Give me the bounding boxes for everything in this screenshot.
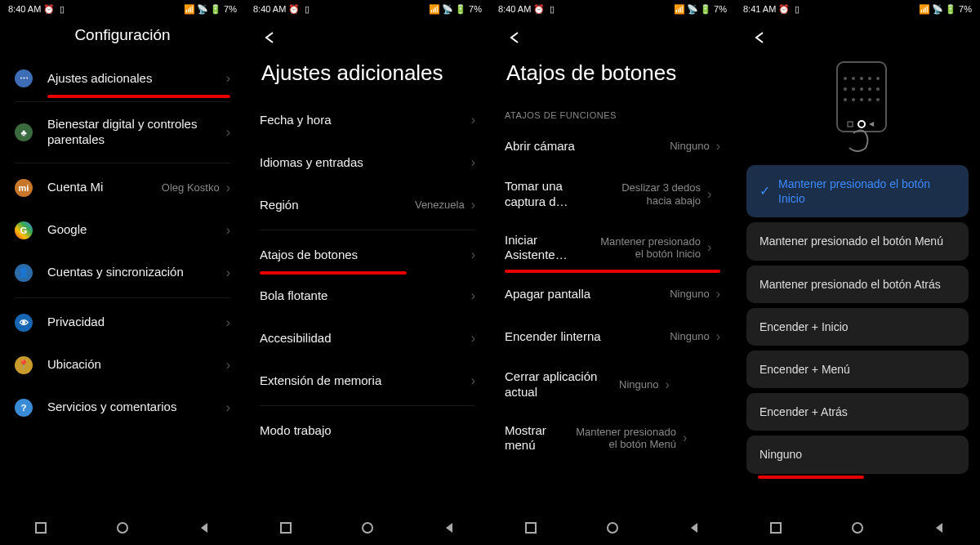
row-apagar-pantalla[interactable]: Apagar pantalla Ninguno › [490, 273, 735, 315]
option-none[interactable]: Ninguno [746, 436, 969, 473]
battery-icon: 🔋 [701, 4, 710, 14]
svg-point-19 [860, 98, 863, 101]
svg-point-15 [868, 87, 871, 91]
nav-home[interactable] [106, 511, 139, 544]
row-bienestar[interactable]: ♣ Bienestar digital y controles parental… [0, 105, 245, 159]
svg-point-23 [858, 121, 865, 127]
row-cerrar-app[interactable]: Cerrar aplicación actual Ninguno › [490, 358, 735, 412]
row-ajustes-adicionales[interactable]: ⋯ Ajustes adicionales › [0, 57, 245, 100]
option-power-home[interactable]: Encender + Inicio [746, 308, 969, 346]
svg-point-16 [876, 87, 880, 91]
row-region[interactable]: Región Venezuela › [245, 184, 490, 226]
row-fecha-hora[interactable]: Fecha y hora › [245, 99, 490, 141]
row-privacidad[interactable]: 👁 Privacidad › [0, 302, 245, 344]
status-bar: 8:41 AM ⏰ ▯ 📶 📡 🔋 7% [735, 0, 980, 18]
svg-rect-0 [36, 523, 46, 533]
nav-recents[interactable] [24, 511, 57, 544]
svg-point-1 [118, 523, 127, 533]
screen-atajos-botones: 8:40 AM ⏰ ▯ 📶 📡 🔋 7% Atajos de botones A… [490, 0, 735, 545]
nav-recents[interactable] [760, 511, 792, 544]
signal-icon: 📶 [185, 4, 194, 14]
separator [260, 405, 475, 406]
battery-icon: 🔋 [946, 4, 956, 14]
nav-home[interactable] [841, 511, 874, 544]
chevron-right-icon: › [716, 287, 720, 302]
privacy-icon: 👁 [15, 314, 33, 332]
chevron-right-icon: › [226, 266, 230, 280]
signal-icon: 📶 [920, 4, 929, 14]
accounts-icon: 👤 [15, 264, 33, 282]
settings-icon: ⋯ [15, 69, 33, 87]
option-power-back[interactable]: Encender + Atrás [746, 393, 969, 431]
row-cuenta-mi[interactable]: mi Cuenta Mi Oleg Kostko › [0, 167, 245, 209]
row-idiomas[interactable]: Idiomas y entradas › [245, 141, 490, 184]
status-bar: 8:40 AM ⏰ ▯ 📶 📡 🔋 7% [245, 0, 490, 18]
chevron-right-icon: › [226, 400, 230, 415]
nav-back[interactable] [923, 511, 956, 544]
screen-settings: 8:40 AM ⏰ ▯ 📶 📡 🔋 7% Configuración ⋯ Aju… [0, 0, 245, 545]
card-icon: ▯ [792, 4, 802, 14]
google-icon: G [15, 221, 33, 239]
back-button[interactable] [260, 28, 279, 47]
chevron-right-icon: › [471, 155, 475, 170]
row-abrir-camara[interactable]: Abrir cámara Ninguno › [490, 125, 735, 168]
row-encender-linterna[interactable]: Encender linterna Ninguno › [490, 315, 735, 358]
wifi-icon: 📡 [688, 4, 697, 14]
row-mostrar-menu[interactable]: Mostrar menú Mantener presionado el botó… [490, 412, 735, 466]
row-atajos-botones[interactable]: Atajos de botones › [245, 234, 490, 276]
signal-icon: 📶 [430, 4, 439, 14]
row-extension-memoria[interactable]: Extensión de memoria › [245, 360, 490, 402]
nav-back[interactable] [188, 511, 220, 544]
svg-point-5 [608, 523, 617, 533]
page-title: Configuración [0, 18, 245, 57]
row-tomar-captura[interactable]: Tomar una captura d… Deslizar 3 dedos ha… [490, 168, 735, 221]
nav-bar [245, 511, 490, 545]
row-google[interactable]: G Google › [0, 209, 245, 252]
row-servicios[interactable]: ? Servicios y comentarios › [0, 386, 245, 429]
nav-recents[interactable] [270, 511, 302, 544]
svg-point-17 [844, 98, 847, 101]
nav-home[interactable] [351, 511, 384, 544]
nav-back[interactable] [433, 511, 466, 544]
highlight-underline [758, 476, 864, 479]
wifi-icon: 📡 [198, 4, 207, 14]
option-power-menu[interactable]: Encender + Menú [746, 351, 969, 388]
chevron-right-icon: › [471, 198, 475, 212]
svg-point-14 [860, 87, 863, 91]
status-time: 8:40 AM [498, 4, 531, 14]
separator [260, 230, 475, 230]
back-button[interactable] [750, 28, 769, 47]
nav-bar [0, 511, 245, 545]
row-modo-trabajo[interactable]: Modo trabajo [245, 409, 490, 452]
row-iniciar-asistente[interactable]: Iniciar Asistente… Mantener presionado e… [490, 221, 735, 275]
nav-home[interactable] [596, 511, 629, 544]
chevron-right-icon: › [226, 71, 230, 86]
row-bola-flotante[interactable]: Bola flotante › [245, 275, 490, 317]
chevron-right-icon: › [716, 139, 720, 154]
chevron-right-icon: › [707, 240, 711, 255]
alarm-icon: ⏰ [289, 4, 299, 14]
separator [15, 101, 230, 102]
chevron-right-icon: › [226, 315, 230, 330]
wifi-icon: 📡 [443, 4, 452, 14]
separator [15, 163, 230, 163]
nav-back[interactable] [678, 511, 710, 544]
back-button[interactable] [505, 28, 524, 47]
wifi-icon: 📡 [933, 4, 942, 14]
svg-point-10 [868, 77, 871, 80]
chevron-right-icon: › [471, 248, 475, 262]
option-hold-back[interactable]: Mantener presionado el botón Atrás [746, 266, 969, 303]
status-bar: 8:40 AM ⏰ ▯ 📶 📡 🔋 7% [490, 0, 735, 18]
option-hold-menu[interactable]: Mantener presionado el botón Menú [746, 222, 969, 260]
chevron-right-icon: › [226, 223, 230, 238]
row-accesibilidad[interactable]: Accesibilidad › [245, 317, 490, 360]
row-ubicacion[interactable]: 📍 Ubicación › [0, 344, 245, 386]
status-time: 8:41 AM [743, 4, 776, 14]
chevron-right-icon: › [226, 358, 230, 373]
card-icon: ▯ [57, 4, 67, 14]
svg-point-21 [876, 98, 880, 101]
feedback-icon: ? [15, 399, 33, 417]
row-cuentas-sync[interactable]: 👤 Cuentas y sincronización › [0, 252, 245, 294]
option-hold-home[interactable]: ✓ Mantener presionado el botón Inicio [746, 165, 969, 217]
nav-recents[interactable] [514, 511, 547, 544]
